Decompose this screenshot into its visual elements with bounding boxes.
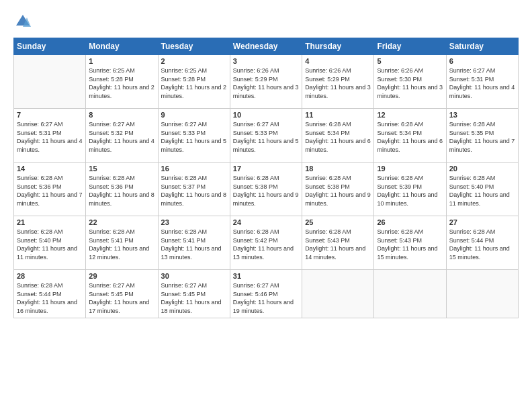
calendar-cell: 25Sunrise: 6:28 AMSunset: 5:43 PMDayligh… — [302, 216, 374, 270]
calendar-cell — [446, 270, 518, 318]
day-info: Sunrise: 6:28 AMSunset: 5:43 PMDaylight:… — [377, 228, 443, 261]
day-info: Sunrise: 6:28 AMSunset: 5:39 PMDaylight:… — [377, 174, 443, 208]
day-number: 18 — [305, 165, 371, 173]
day-info: Sunrise: 6:25 AMSunset: 5:28 PMDaylight:… — [89, 66, 154, 100]
day-number: 11 — [305, 111, 371, 119]
calendar-cell: 16Sunrise: 6:28 AMSunset: 5:37 PMDayligh… — [158, 163, 230, 216]
calendar-cell: 12Sunrise: 6:28 AMSunset: 5:34 PMDayligh… — [374, 109, 446, 163]
calendar-cell: 23Sunrise: 6:28 AMSunset: 5:41 PMDayligh… — [158, 216, 230, 270]
day-number: 16 — [161, 165, 227, 173]
day-number: 9 — [161, 111, 227, 119]
day-info: Sunrise: 6:27 AMSunset: 5:45 PMDaylight:… — [161, 281, 227, 315]
day-number: 31 — [233, 272, 299, 280]
calendar-week-row: 14Sunrise: 6:28 AMSunset: 5:36 PMDayligh… — [14, 163, 519, 216]
day-info: Sunrise: 6:27 AMSunset: 5:32 PMDaylight:… — [89, 120, 154, 154]
calendar-cell: 9Sunrise: 6:27 AMSunset: 5:33 PMDaylight… — [158, 109, 230, 163]
calendar-cell: 27Sunrise: 6:28 AMSunset: 5:44 PMDayligh… — [446, 216, 518, 270]
day-number: 6 — [449, 57, 515, 65]
calendar-cell: 1Sunrise: 6:25 AMSunset: 5:28 PMDaylight… — [86, 55, 158, 109]
calendar-cell: 3Sunrise: 6:26 AMSunset: 5:29 PMDaylight… — [230, 55, 302, 109]
day-info: Sunrise: 6:28 AMSunset: 5:36 PMDaylight:… — [17, 174, 83, 208]
day-number: 26 — [377, 218, 443, 226]
day-info: Sunrise: 6:27 AMSunset: 5:45 PMDaylight:… — [89, 281, 154, 315]
calendar-cell: 28Sunrise: 6:28 AMSunset: 5:44 PMDayligh… — [14, 270, 86, 318]
day-number: 17 — [233, 165, 299, 173]
day-info: Sunrise: 6:26 AMSunset: 5:30 PMDaylight:… — [377, 66, 443, 100]
day-number: 19 — [377, 165, 443, 173]
calendar-cell: 8Sunrise: 6:27 AMSunset: 5:32 PMDaylight… — [86, 109, 158, 163]
day-number: 29 — [89, 272, 154, 280]
calendar-week-row: 7Sunrise: 6:27 AMSunset: 5:31 PMDaylight… — [14, 109, 519, 163]
calendar-cell: 13Sunrise: 6:28 AMSunset: 5:35 PMDayligh… — [446, 109, 518, 163]
day-info: Sunrise: 6:27 AMSunset: 5:33 PMDaylight:… — [233, 120, 299, 154]
day-number: 28 — [17, 272, 83, 280]
day-info: Sunrise: 6:28 AMSunset: 5:40 PMDaylight:… — [17, 228, 83, 261]
logo — [13, 12, 35, 31]
calendar-cell: 17Sunrise: 6:28 AMSunset: 5:38 PMDayligh… — [230, 163, 302, 216]
col-header-monday: Monday — [86, 38, 158, 55]
day-info: Sunrise: 6:28 AMSunset: 5:34 PMDaylight:… — [377, 120, 443, 154]
day-info: Sunrise: 6:28 AMSunset: 5:36 PMDaylight:… — [89, 174, 154, 208]
day-info: Sunrise: 6:26 AMSunset: 5:29 PMDaylight:… — [233, 66, 299, 100]
col-header-thursday: Thursday — [302, 38, 374, 55]
day-number: 12 — [377, 111, 443, 119]
calendar-cell: 11Sunrise: 6:28 AMSunset: 5:34 PMDayligh… — [302, 109, 374, 163]
day-number: 1 — [89, 57, 154, 65]
calendar-cell: 29Sunrise: 6:27 AMSunset: 5:45 PMDayligh… — [86, 270, 158, 318]
day-number: 25 — [305, 218, 371, 226]
calendar-cell: 4Sunrise: 6:26 AMSunset: 5:29 PMDaylight… — [302, 55, 374, 109]
day-number: 23 — [161, 218, 227, 226]
calendar-cell — [302, 270, 374, 318]
day-info: Sunrise: 6:28 AMSunset: 5:40 PMDaylight:… — [449, 174, 515, 208]
col-header-tuesday: Tuesday — [158, 38, 230, 55]
calendar-cell: 26Sunrise: 6:28 AMSunset: 5:43 PMDayligh… — [374, 216, 446, 270]
day-number: 5 — [377, 57, 443, 65]
calendar-cell — [374, 270, 446, 318]
calendar-cell: 20Sunrise: 6:28 AMSunset: 5:40 PMDayligh… — [446, 163, 518, 216]
day-number: 4 — [305, 57, 371, 65]
day-number: 24 — [233, 218, 299, 226]
calendar-cell: 22Sunrise: 6:28 AMSunset: 5:41 PMDayligh… — [86, 216, 158, 270]
calendar-cell: 14Sunrise: 6:28 AMSunset: 5:36 PMDayligh… — [14, 163, 86, 216]
day-info: Sunrise: 6:27 AMSunset: 5:46 PMDaylight:… — [233, 281, 299, 315]
day-info: Sunrise: 6:25 AMSunset: 5:28 PMDaylight:… — [161, 66, 227, 100]
calendar-table: SundayMondayTuesdayWednesdayThursdayFrid… — [13, 38, 519, 318]
day-info: Sunrise: 6:28 AMSunset: 5:37 PMDaylight:… — [161, 174, 227, 208]
day-info: Sunrise: 6:27 AMSunset: 5:31 PMDaylight:… — [449, 66, 515, 100]
header — [13, 12, 519, 31]
col-header-saturday: Saturday — [446, 38, 518, 55]
day-number: 8 — [89, 111, 154, 119]
day-info: Sunrise: 6:28 AMSunset: 5:35 PMDaylight:… — [449, 120, 515, 154]
day-info: Sunrise: 6:26 AMSunset: 5:29 PMDaylight:… — [305, 66, 371, 100]
calendar-cell: 5Sunrise: 6:26 AMSunset: 5:30 PMDaylight… — [374, 55, 446, 109]
day-info: Sunrise: 6:28 AMSunset: 5:44 PMDaylight:… — [17, 281, 83, 315]
day-number: 30 — [161, 272, 227, 280]
col-header-wednesday: Wednesday — [230, 38, 302, 55]
day-number: 20 — [449, 165, 515, 173]
day-number: 21 — [17, 218, 83, 226]
day-number: 13 — [449, 111, 515, 119]
logo-icon — [13, 12, 32, 31]
calendar-cell: 15Sunrise: 6:28 AMSunset: 5:36 PMDayligh… — [86, 163, 158, 216]
day-number: 2 — [161, 57, 227, 65]
calendar-cell: 2Sunrise: 6:25 AMSunset: 5:28 PMDaylight… — [158, 55, 230, 109]
day-number: 15 — [89, 165, 154, 173]
day-info: Sunrise: 6:28 AMSunset: 5:41 PMDaylight:… — [89, 228, 154, 261]
day-info: Sunrise: 6:28 AMSunset: 5:38 PMDaylight:… — [233, 174, 299, 208]
day-number: 22 — [89, 218, 154, 226]
day-info: Sunrise: 6:28 AMSunset: 5:34 PMDaylight:… — [305, 120, 371, 154]
calendar-cell: 6Sunrise: 6:27 AMSunset: 5:31 PMDaylight… — [446, 55, 518, 109]
calendar-cell — [14, 55, 86, 109]
day-info: Sunrise: 6:27 AMSunset: 5:31 PMDaylight:… — [17, 120, 83, 154]
calendar-cell: 19Sunrise: 6:28 AMSunset: 5:39 PMDayligh… — [374, 163, 446, 216]
day-info: Sunrise: 6:28 AMSunset: 5:43 PMDaylight:… — [305, 228, 371, 261]
day-number: 10 — [233, 111, 299, 119]
day-info: Sunrise: 6:28 AMSunset: 5:38 PMDaylight:… — [305, 174, 371, 208]
calendar-cell: 18Sunrise: 6:28 AMSunset: 5:38 PMDayligh… — [302, 163, 374, 216]
calendar-cell: 31Sunrise: 6:27 AMSunset: 5:46 PMDayligh… — [230, 270, 302, 318]
day-info: Sunrise: 6:28 AMSunset: 5:44 PMDaylight:… — [449, 228, 515, 261]
day-number: 3 — [233, 57, 299, 65]
day-number: 7 — [17, 111, 83, 119]
calendar-cell: 10Sunrise: 6:27 AMSunset: 5:33 PMDayligh… — [230, 109, 302, 163]
calendar-header-row: SundayMondayTuesdayWednesdayThursdayFrid… — [14, 38, 519, 55]
